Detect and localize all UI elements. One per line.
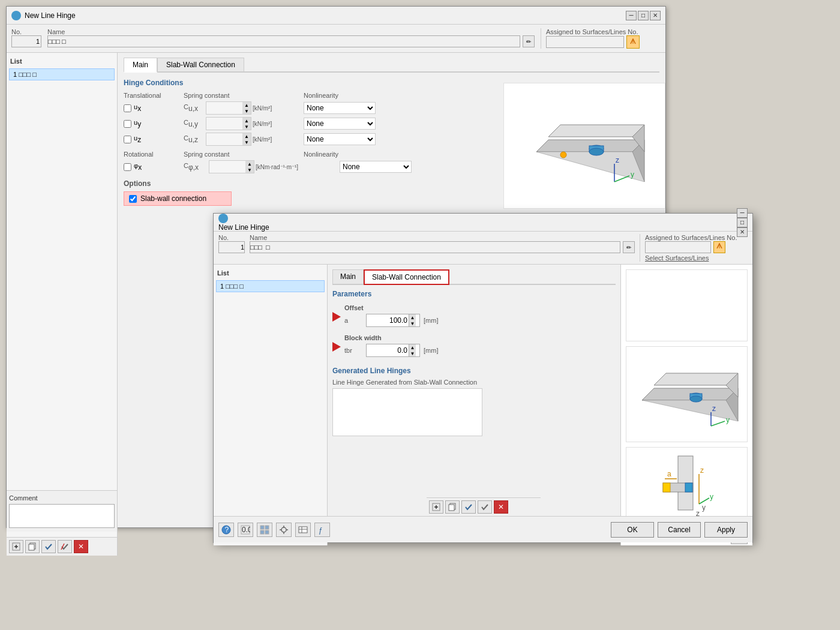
fg-assigned-input[interactable]	[645, 241, 711, 253]
svg-text:y: y	[702, 503, 706, 512]
fg-blockwidth-down-btn[interactable]: ▼	[409, 350, 416, 356]
bg-tab-main[interactable]: Main	[124, 58, 157, 73]
fg-maximize-btn[interactable]: □	[737, 218, 748, 227]
fg-offset-up-btn[interactable]: ▲	[409, 314, 416, 320]
fg-check-btn[interactable]	[461, 500, 476, 514]
bg-list-panel: List 1 □□□ □ Comment	[7, 53, 118, 556]
bg-slab-wall-checkbox[interactable]	[129, 195, 137, 203]
fg-offset-unit: [mm]	[424, 317, 438, 324]
fg-blockwidth-unit: [mm]	[424, 347, 438, 354]
bg-edit-btn[interactable]: ✏	[523, 35, 535, 47]
fg-blockwidth-arrow	[332, 342, 341, 352]
bg-assigned-btn[interactable]	[626, 35, 640, 49]
bg-ux-up-btn[interactable]: ▲	[242, 102, 251, 108]
fg-ok-btn[interactable]: OK	[611, 522, 654, 538]
bg-phix-up-btn[interactable]: ▲	[245, 161, 254, 167]
fg-apply-btn[interactable]: Apply	[704, 522, 748, 538]
fg-top-preview	[626, 269, 748, 341]
fg-name-label: Name	[250, 234, 635, 241]
fg-offset-down-btn[interactable]: ▼	[409, 320, 416, 326]
fg-dialog: New Line Hinge ─ □ ✕ No. Name ✏ Assigned…	[213, 213, 753, 543]
bg-tab-slab[interactable]: Slab-Wall Connection	[157, 58, 244, 71]
fg-grid-btn[interactable]	[257, 523, 272, 537]
fg-blockwidth-input-wrap: ▲ ▼	[366, 344, 420, 357]
fg-list-item-1[interactable]: 1 □□□ □	[216, 280, 325, 292]
svg-marker-28	[642, 400, 738, 421]
fg-bottom-toolbar: ? 0.00 ƒ OK Cancel Apply	[214, 516, 752, 542]
fg-new-btn[interactable]	[429, 500, 443, 514]
bg-ux-nonlin[interactable]: None	[304, 102, 376, 114]
bg-no-input[interactable]	[11, 35, 41, 47]
bg-uy-down-btn[interactable]: ▼	[242, 124, 251, 130]
fg-assigned-label: Assigned to Surfaces/Lines No.	[645, 234, 748, 241]
bg-uy-spring-label: Cu,y	[184, 119, 205, 128]
fg-settings-btn[interactable]	[276, 523, 292, 537]
bg-copy-btn[interactable]	[25, 540, 40, 553]
bg-assigned-input[interactable]	[546, 36, 624, 48]
bg-uz-spring-input[interactable]	[206, 133, 242, 145]
bg-uy-checkbox[interactable]	[124, 120, 131, 128]
bg-new-btn[interactable]	[9, 540, 23, 553]
bg-uz-checkbox[interactable]	[124, 136, 131, 143]
fg-cancel-btn[interactable]: Cancel	[658, 522, 701, 538]
fg-table-btn[interactable]	[295, 523, 311, 537]
bg-ux-spring: Cu,x ▲ ▼ [kN/m²]	[184, 101, 304, 115]
bg-name-input[interactable]	[47, 35, 520, 47]
bg-titlebar: New Line Hinge ─ □ ✕	[7, 7, 665, 25]
fg-tab-slab[interactable]: Slab-Wall Connection	[364, 269, 449, 285]
fg-help-btn[interactable]: ?	[218, 523, 234, 537]
bg-uy-up-btn[interactable]: ▲	[242, 118, 251, 124]
fg-blockwidth-input[interactable]	[367, 344, 409, 356]
fg-tab-main[interactable]: Main	[332, 269, 364, 284]
svg-marker-29	[654, 373, 738, 385]
bg-close-btn[interactable]: ✕	[650, 11, 661, 20]
bg-check-btn[interactable]	[41, 540, 56, 553]
fg-function-btn[interactable]: ƒ	[314, 523, 330, 537]
fg-select-surfaces-btn[interactable]: Select Surfaces/Lines	[645, 254, 748, 262]
fg-no-label: No.	[218, 234, 245, 241]
bg-win-controls: ─ □ ✕	[626, 11, 661, 20]
bg-comment-label: Comment	[9, 494, 115, 502]
bg-uy-spring-input[interactable]	[206, 118, 242, 130]
svg-text:z: z	[700, 466, 704, 475]
fg-minimize-btn[interactable]: ─	[737, 208, 748, 218]
bg-maximize-btn[interactable]: □	[638, 11, 649, 20]
svg-rect-66	[299, 527, 307, 533]
bg-phix-checkbox[interactable]	[124, 163, 131, 171]
bg-flag-btn[interactable]	[58, 540, 72, 553]
bg-phix-spring-input[interactable]	[209, 161, 245, 173]
bg-ux-label: ux	[134, 103, 141, 113]
fg-copy-btn[interactable]	[445, 500, 460, 514]
fg-delete-btn[interactable]: ✕	[494, 500, 508, 514]
fg-num-btn[interactable]: 0.00	[238, 523, 253, 537]
bg-ux-checkbox[interactable]	[124, 104, 131, 112]
fg-dim-svg: z y a z y	[660, 450, 714, 522]
bg-list-item-1[interactable]: 1 □□□ □	[9, 68, 115, 80]
fg-name-field: Name ✏	[250, 234, 635, 253]
bg-uz-up-btn[interactable]: ▲	[242, 133, 251, 139]
fg-blockwidth-up-btn[interactable]: ▲	[409, 344, 416, 350]
bg-uz-down-btn[interactable]: ▼	[242, 139, 251, 145]
bg-no-label: No.	[11, 28, 41, 35]
bg-ux-down-btn[interactable]: ▼	[242, 108, 251, 114]
bg-minimize-btn[interactable]: ─	[626, 11, 637, 20]
fg-name-input[interactable]	[250, 241, 620, 253]
bg-ux-spring-input[interactable]	[206, 102, 242, 114]
fg-tabs-row: Main Slab-Wall Connection	[332, 269, 616, 285]
bg-comment-box[interactable]	[9, 504, 115, 528]
svg-point-15	[560, 152, 566, 158]
fg-no-input[interactable]	[218, 241, 245, 253]
bg-uy-nonlin[interactable]: None	[304, 118, 376, 130]
fg-body: List 1 □□□ □ ✕	[214, 265, 752, 545]
bg-phix-nonlin[interactable]: None	[340, 161, 412, 173]
bg-uz-nonlin[interactable]: None	[304, 133, 376, 145]
fg-flag-btn[interactable]	[478, 500, 492, 514]
fg-params-section: Parameters Offset a ▲ ▼	[332, 290, 616, 436]
bg-delete-btn[interactable]: ✕	[74, 540, 88, 553]
fg-edit-btn[interactable]: ✏	[623, 241, 635, 253]
bg-tabs-row: Main Slab-Wall Connection	[124, 58, 659, 73]
fg-assigned-btn[interactable]	[713, 241, 725, 253]
fg-offset-input[interactable]	[367, 314, 409, 326]
bg-ux-spring-label: Cu,x	[184, 103, 205, 113]
bg-phix-down-btn[interactable]: ▼	[245, 167, 254, 173]
